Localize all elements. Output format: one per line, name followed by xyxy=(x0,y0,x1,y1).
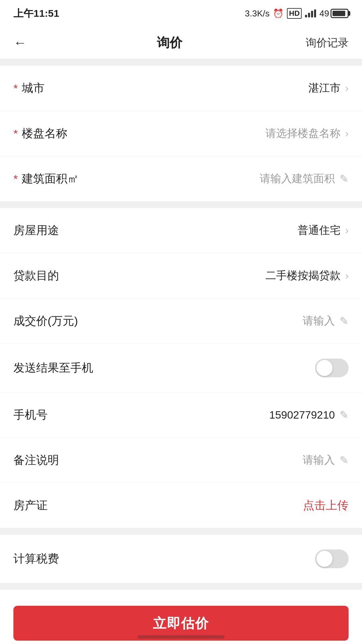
calc-tax-toggle[interactable] xyxy=(315,549,349,568)
home-indicator xyxy=(137,635,225,639)
toggle-thumb-send xyxy=(316,360,333,376)
transaction-price-row[interactable]: 成交价(万元) 请输入 ✎ xyxy=(0,299,362,344)
section-divider-middle xyxy=(0,201,362,208)
section-divider-tax xyxy=(0,528,362,535)
section-divider-bottom xyxy=(0,583,362,590)
loan-purpose-label: 贷款目的 xyxy=(13,268,59,283)
section-divider-top xyxy=(0,59,362,66)
property-name-row[interactable]: * 楼盘名称 请选择楼盘名称 › xyxy=(0,111,362,156)
remark-row[interactable]: 备注说明 请输入 ✎ xyxy=(0,438,362,483)
building-area-value[interactable]: 请输入建筑面积 ✎ xyxy=(260,171,349,186)
property-name-label: * 楼盘名称 xyxy=(13,126,67,141)
property-name-chevron-icon: › xyxy=(345,128,349,139)
send-to-phone-toggle[interactable] xyxy=(315,359,349,377)
required-star-area: * xyxy=(13,172,18,185)
phone-label: 手机号 xyxy=(13,407,48,423)
optional-fields-section: 房屋用途 普通住宅 › 贷款目的 二手楼按揭贷款 › 成交价(万元) 请输入 ✎… xyxy=(0,208,362,528)
toggle-thumb-tax xyxy=(316,551,333,567)
network-speed: 3.3K/s xyxy=(245,8,270,19)
house-purpose-label: 房屋用途 xyxy=(13,223,59,238)
building-area-label: * 建筑面积㎡ xyxy=(13,171,79,186)
alarm-icon: ⏰ xyxy=(273,8,284,19)
phone-row[interactable]: 手机号 15902779210 ✎ xyxy=(0,392,362,438)
battery-level: 49 xyxy=(319,8,349,19)
battery-text: 49 xyxy=(319,8,329,19)
phone-value[interactable]: 15902779210 ✎ xyxy=(269,409,349,421)
property-cert-label: 房产证 xyxy=(13,498,48,513)
remark-label: 备注说明 xyxy=(13,452,59,468)
city-chevron-icon: › xyxy=(345,83,349,94)
status-bar: 上午11:51 3.3K/s ⏰ HD 49 xyxy=(0,0,362,27)
loan-purpose-chevron-icon: › xyxy=(345,270,349,281)
status-time: 上午11:51 xyxy=(13,7,59,20)
property-cert-row[interactable]: 房产证 点击上传 xyxy=(0,483,362,528)
transaction-price-value[interactable]: 请输入 ✎ xyxy=(303,314,349,328)
loan-purpose-row[interactable]: 贷款目的 二手楼按揭贷款 › xyxy=(0,253,362,299)
calc-tax-row: 计算税费 xyxy=(0,535,362,583)
nav-bar: ← 询价 询价记录 xyxy=(0,27,362,59)
required-star-property: * xyxy=(13,127,18,140)
send-to-phone-label: 发送结果至手机 xyxy=(13,360,93,376)
building-area-row[interactable]: * 建筑面积㎡ 请输入建筑面积 ✎ xyxy=(0,156,362,201)
inquiry-record-button[interactable]: 询价记录 xyxy=(306,36,349,50)
loan-purpose-value[interactable]: 二手楼按揭贷款 › xyxy=(265,268,349,283)
back-button[interactable]: ← xyxy=(13,35,34,50)
property-cert-upload[interactable]: 点击上传 xyxy=(303,498,349,513)
required-fields-section: * 城市 湛江市 › * 楼盘名称 请选择楼盘名称 › * 建筑面积㎡ 请输入建… xyxy=(0,66,362,201)
transaction-price-edit-icon: ✎ xyxy=(340,315,349,327)
hd-badge: HD xyxy=(287,8,302,19)
city-label: * 城市 xyxy=(13,80,45,96)
send-to-phone-row: 发送结果至手机 xyxy=(0,344,362,392)
battery-icon xyxy=(330,9,349,18)
remark-edit-icon: ✎ xyxy=(340,454,349,467)
calc-tax-label: 计算税费 xyxy=(13,551,59,567)
house-purpose-row[interactable]: 房屋用途 普通住宅 › xyxy=(0,208,362,253)
wifi-icon xyxy=(305,9,316,17)
house-purpose-chevron-icon: › xyxy=(345,225,349,236)
transaction-price-label: 成交价(万元) xyxy=(13,313,78,329)
city-row[interactable]: * 城市 湛江市 › xyxy=(0,66,362,111)
phone-edit-icon: ✎ xyxy=(340,409,349,421)
city-value[interactable]: 湛江市 › xyxy=(308,81,349,96)
building-area-edit-icon: ✎ xyxy=(340,172,349,185)
remark-value[interactable]: 请输入 ✎ xyxy=(303,453,349,468)
status-right: 3.3K/s ⏰ HD 49 xyxy=(245,8,349,19)
page-title: 询价 xyxy=(157,34,182,51)
tax-section: 计算税费 xyxy=(0,535,362,583)
required-star-city: * xyxy=(13,82,18,95)
house-purpose-value[interactable]: 普通住宅 › xyxy=(298,223,349,238)
property-name-value[interactable]: 请选择楼盘名称 › xyxy=(265,126,349,141)
